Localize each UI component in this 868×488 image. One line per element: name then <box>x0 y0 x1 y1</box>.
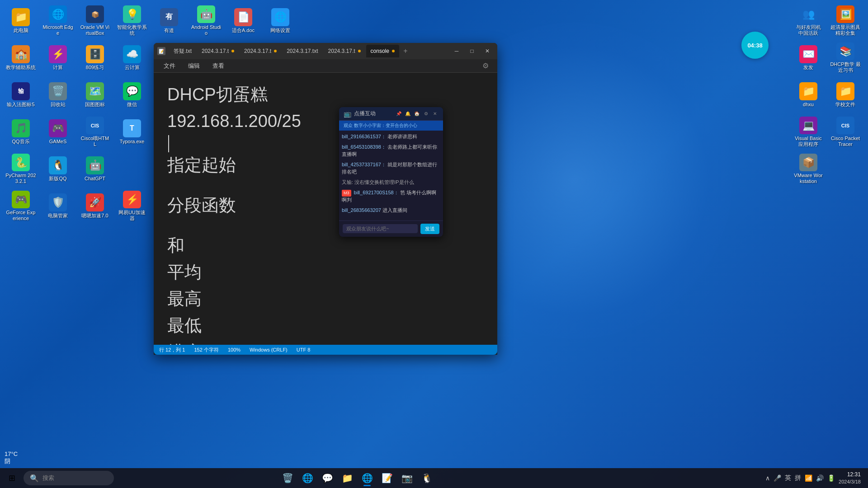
tab-add-button[interactable]: + <box>400 46 411 56</box>
bili-btn-2[interactable]: 🔔 <box>404 110 411 117</box>
taskbar-app-browser[interactable]: 🌐 <box>358 469 376 487</box>
right-icon-folder1[interactable]: 📁 dhxu <box>791 78 826 112</box>
bili-btn-settings[interactable]: ⚙ <box>422 110 429 117</box>
icon-uuacc[interactable]: ⚡ 网易UU加速器 <box>115 189 149 223</box>
taskbar-app-wechat[interactable]: 💬 <box>318 469 336 487</box>
icon-android[interactable]: 🤖 Android Studio <box>189 4 223 38</box>
right-icon-dhcp[interactable]: 📚 DHCP数学 最近习书 <box>828 41 863 75</box>
taskbar-app-edge[interactable]: 🌐 <box>298 469 316 487</box>
icon-explorer[interactable]: 📁 此电脑 <box>4 4 38 38</box>
icon-maps[interactable]: 🗺️ 国图图标 <box>78 78 112 112</box>
taskbar-app-explorer[interactable]: 📁 <box>338 469 356 487</box>
tray-arrow-icon[interactable]: ∧ <box>765 474 770 482</box>
tab-2024-1[interactable]: 2024.3.17.t <box>197 45 239 57</box>
bili-chat-input[interactable] <box>343 224 418 233</box>
taskbar-search[interactable]: 🔍 搜索 <box>24 471 114 485</box>
right-icon-fafa[interactable]: ✉️ 发发 <box>791 41 826 75</box>
bili-send-button[interactable]: 发送 <box>420 224 439 234</box>
tray-battery-icon[interactable]: 🔋 <box>827 474 835 482</box>
bili-header: 📺 点播互动 📌 🔔 🏠 ⚙ ✕ <box>339 107 443 121</box>
bili-input-area: 发送 <box>339 221 443 237</box>
taskbar-app-qq[interactable]: 🐧 <box>418 469 436 487</box>
icon-qqnew[interactable]: 🐧 新版QQ <box>41 152 75 186</box>
menu-view[interactable]: 查看 <box>208 60 229 72</box>
icon-chatgpt[interactable]: 🤖 ChatGPT <box>78 152 112 186</box>
minimize-button[interactable]: ─ <box>450 46 463 56</box>
status-chars: 152 个字符 <box>194 347 218 353</box>
icon-cloud[interactable]: ☁️ 云计算 <box>115 41 149 75</box>
taskbar-app-recycle[interactable]: 🗑️ <box>278 469 297 487</box>
tab-2024-3[interactable]: 2024.3.17.txt <box>282 45 322 57</box>
start-button[interactable]: ⊞ <box>4 470 20 486</box>
tray-wifi-icon[interactable]: 📶 <box>805 474 812 482</box>
notepad-menubar: 文件 编辑 查看 ⚙ <box>154 59 497 73</box>
icon-wechat[interactable]: 💬 微信 <box>115 78 149 112</box>
notepad-window: 📝 答疑.txt 2024.3.17.t 2024.3.17.t 2024.3.… <box>154 43 497 355</box>
weather-condition: 阴 <box>5 457 18 465</box>
right-icon-display[interactable]: 🖼️ 超清显示图具 精彩全集 <box>828 4 863 38</box>
icon-recycle[interactable]: 🗑️ 回收站 <box>41 78 75 112</box>
icon-typora[interactable]: T Typora.exe <box>115 115 149 149</box>
icon-youdao[interactable]: 有 有道 <box>152 4 186 38</box>
right-icon-coplay[interactable]: 👥 与好友同机 中国活跃 <box>791 4 826 38</box>
tab-2024-2[interactable]: 2024.3.17.t <box>240 45 281 57</box>
icon-gforce[interactable]: 🎮 GeForce Experience <box>4 189 38 223</box>
chat-msg-system: 又输: 没右懂交换机管理IP是什么 <box>342 179 440 186</box>
icon-intellij[interactable]: 💡 智能化教学系统 <box>115 4 149 38</box>
right-icon-vmware[interactable]: 📦 VMware Workstation <box>791 152 826 186</box>
tab-modified-dot <box>231 50 234 52</box>
icon-qihoo[interactable]: 🛡️ 电脑管家 <box>41 189 75 223</box>
icon-edge[interactable]: 🌐 Microsoft Edge <box>41 4 75 38</box>
status-zoom: 100% <box>228 347 241 352</box>
icon-jiaoxue[interactable]: 🏫 教学辅助系统 <box>4 41 38 75</box>
settings-button[interactable]: ⚙ <box>479 60 492 72</box>
icon-virtualbox[interactable]: 📦 Oracle VM VirtualBox <box>78 4 112 38</box>
icon-cisco-html[interactable]: CIS Cisco哦HTML <box>78 115 112 149</box>
icon-wps-doc[interactable]: 📄 适合A.doc <box>226 4 260 38</box>
taskbar-clock[interactable]: 12:31 2024/3/18 <box>839 471 861 485</box>
notepad-app-icon: 📝 <box>157 47 165 55</box>
tab-console[interactable]: console <box>366 45 399 57</box>
menu-file[interactable]: 文件 <box>159 60 180 72</box>
chat-msg-2: bill_65453108398： 去老师路上都可来听你直播啊 <box>342 144 440 158</box>
bili-btn-1[interactable]: 📌 <box>395 110 402 117</box>
taskbar-app-camera[interactable]: 📷 <box>398 469 416 487</box>
notepad-content[interactable]: DHCP切蛋糕 192.168.1.200/25 指定起始 分段函数 和 平均 … <box>154 73 497 345</box>
bili-btn-3[interactable]: 🏠 <box>413 110 420 117</box>
icon-input-method[interactable]: 输 输入法图标5 <box>4 78 38 112</box>
status-position: 行 12，列 1 <box>159 347 185 353</box>
right-icon-vba[interactable]: 💻 Visual Basic 应用程序 <box>791 115 826 149</box>
tray-volume-icon[interactable]: 🔊 <box>816 474 824 482</box>
tab-modified-dot-3 <box>358 50 361 52</box>
chat-msg-4: M3 bill_6921700S158： 笆 场考什么啊啊啊判 <box>342 189 440 203</box>
tab-answers[interactable]: 答疑.txt <box>169 45 196 57</box>
taskbar-app-notepad[interactable]: 📝 <box>378 469 396 487</box>
taskbar-tray: ∧ 🎤 英 拼 📶 🔊 🔋 12:31 2024/3/18 <box>765 471 864 485</box>
tab-modified-dot-4 <box>392 50 395 52</box>
search-icon: 🔍 <box>30 474 39 483</box>
content-line-10: 最高 <box>167 286 484 312</box>
tab-2024-4[interactable]: 2024.3.17.t <box>324 45 365 57</box>
tray-lang-en[interactable]: 英 <box>785 474 791 482</box>
bili-btn-close[interactable]: ✕ <box>431 110 439 117</box>
icon-games[interactable]: 🎮 GAMeS <box>41 115 75 149</box>
maximize-button[interactable]: □ <box>466 46 478 56</box>
icon-jidian[interactable]: ⚡ 计算 <box>41 41 75 75</box>
search-placeholder-text: 搜索 <box>42 474 54 482</box>
content-line-11: 最低 <box>167 313 484 338</box>
icon-pycharm[interactable]: 🐍 PyCharm 2023.2.1 <box>4 152 38 186</box>
icon-qqmusic[interactable]: 🎵 QQ音乐 <box>4 115 38 149</box>
clock-widget: 04:38 <box>741 32 769 59</box>
tray-mic-icon[interactable]: 🎤 <box>774 474 781 482</box>
bili-popup: 📺 点播互动 📌 🔔 🏠 ⚙ ✕ 观众 数字小小字宙：变开合合的小心 bill_… <box>339 107 443 237</box>
menu-edit[interactable]: 编辑 <box>184 60 204 72</box>
right-icon-cisco[interactable]: CIS Cisco Packet Tracer <box>828 115 863 149</box>
bili-notice: 观众 数字小小字宙：变开合合的小心 <box>339 121 443 131</box>
tray-lang-cn[interactable]: 拼 <box>795 474 801 482</box>
icon-mysql[interactable]: 🗄️ 809练习 <box>78 41 112 75</box>
desktop: 📁 此电脑 🌐 Microsoft Edge 📦 Oracle VM Virtu… <box>0 0 868 488</box>
icon-net[interactable]: 🌐 网络设置 <box>263 4 297 38</box>
close-button[interactable]: ✕ <box>481 46 494 56</box>
icon-uu7[interactable]: 🚀 嗯嗯加速7.0 <box>78 189 112 223</box>
right-icon-school[interactable]: 📁 学校文件 <box>828 78 863 112</box>
